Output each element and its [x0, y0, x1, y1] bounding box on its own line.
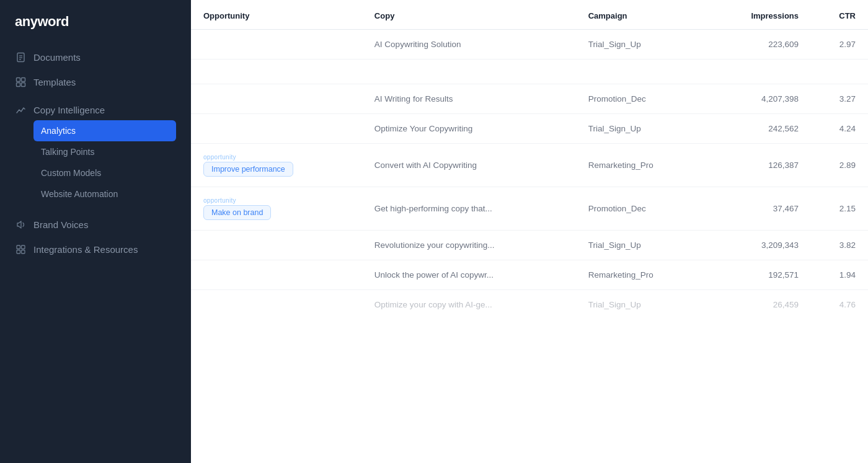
copy-cell: Revolutionize your copywriting...: [362, 231, 576, 260]
sidebar-item-templates[interactable]: Templates: [0, 69, 191, 94]
col-copy[interactable]: Copy: [362, 0, 576, 30]
analytics-table-container: Opportunity Copy Campaign Impressions CT…: [191, 0, 868, 463]
ctr-cell: 2.15: [811, 187, 868, 231]
analytics-table: Opportunity Copy Campaign Impressions CT…: [191, 0, 868, 319]
opportunity-badge[interactable]: Improve performance: [203, 162, 293, 177]
website-automation-label: Website Automation: [41, 189, 118, 199]
opportunity-cell: opportunity Improve performance: [191, 144, 362, 187]
sidebar-item-integrations[interactable]: Integrations & Resources: [0, 237, 191, 262]
impressions-cell: 223,609: [719, 30, 811, 60]
copy-intelligence-sub-items: Analytics Talking Points Custom Models W…: [33, 120, 176, 205]
col-campaign[interactable]: Campaign: [576, 0, 719, 30]
impressions-cell: 192,571: [719, 260, 811, 290]
table-row[interactable]: Revolutionize your copywriting...Trial_S…: [191, 231, 868, 260]
speaker-icon: [15, 219, 26, 230]
sidebar: anyword Documents Templates: [0, 0, 191, 463]
sidebar-item-analytics[interactable]: Analytics: [33, 120, 176, 141]
table-header-row: Opportunity Copy Campaign Impressions CT…: [191, 0, 868, 30]
impressions-cell: 3,209,343: [719, 231, 811, 260]
opportunity-cell: [191, 84, 362, 114]
table-row[interactable]: AI Copywriting SolutionTrial_Sign_Up223,…: [191, 30, 868, 60]
copy-intelligence-label: Copy Intelligence: [33, 105, 105, 115]
svg-rect-7: [21, 82, 25, 86]
ctr-cell: 3.82: [811, 231, 868, 260]
copy-cell: AI Writing for Results: [362, 84, 576, 114]
opportunity-cell: opportunity Make on brand: [191, 187, 362, 231]
col-impressions[interactable]: Impressions: [719, 0, 811, 30]
impressions-cell: 37,467: [719, 187, 811, 231]
svg-rect-8: [17, 245, 20, 249]
impressions-cell: 126,387: [719, 144, 811, 187]
table-spacer-row: [191, 60, 868, 84]
svg-rect-9: [21, 245, 25, 249]
copy-cell: Convert with AI Copywriting: [362, 144, 576, 187]
sidebar-item-templates-label: Templates: [33, 77, 76, 87]
opportunity-badge[interactable]: Make on brand: [203, 205, 271, 220]
campaign-cell: Trial_Sign_Up: [576, 290, 719, 320]
grid-icon: [15, 244, 26, 255]
custom-models-label: Custom Models: [41, 168, 101, 178]
chart-icon: [15, 104, 26, 115]
table-row[interactable]: Optimize Your CopywritingTrial_Sign_Up24…: [191, 114, 868, 144]
ctr-cell: 2.89: [811, 144, 868, 187]
svg-rect-5: [21, 77, 25, 81]
opportunity-label: opportunity: [203, 197, 350, 204]
document-icon: [15, 51, 26, 63]
opportunity-cell: [191, 260, 362, 290]
opportunity-badge-wrapper: opportunity Make on brand: [203, 197, 350, 220]
copy-cell: Unlock the power of AI copywr...: [362, 260, 576, 290]
col-ctr[interactable]: CTR: [811, 0, 868, 30]
opportunity-cell: [191, 290, 362, 320]
integrations-label: Integrations & Resources: [33, 244, 138, 255]
table-row[interactable]: AI Writing for ResultsPromotion_Dec4,207…: [191, 84, 868, 114]
campaign-cell: Promotion_Dec: [576, 84, 719, 114]
sidebar-item-documents[interactable]: Documents: [0, 45, 191, 69]
sidebar-item-brand-voices[interactable]: Brand Voices: [0, 212, 191, 237]
svg-rect-11: [21, 250, 25, 254]
main-content: Opportunity Copy Campaign Impressions CT…: [191, 0, 868, 463]
ctr-cell: 1.94: [811, 260, 868, 290]
table-row[interactable]: opportunity Make on brand Get high-perfo…: [191, 187, 868, 231]
copy-cell: Optimize your copy with AI-ge...: [362, 290, 576, 320]
campaign-cell: Trial_Sign_Up: [576, 231, 719, 260]
sidebar-item-custom-models[interactable]: Custom Models: [33, 162, 176, 183]
table-row[interactable]: opportunity Improve performance Convert …: [191, 144, 868, 187]
impressions-cell: 242,562: [719, 114, 811, 144]
campaign-cell: Trial_Sign_Up: [576, 30, 719, 60]
logo-text: anyword: [15, 14, 69, 29]
impressions-cell: 26,459: [719, 290, 811, 320]
campaign-cell: Trial_Sign_Up: [576, 114, 719, 144]
campaign-cell: Remarketing_Pro: [576, 144, 719, 187]
opportunity-label: opportunity: [203, 154, 350, 161]
opportunity-badge-wrapper: opportunity Improve performance: [203, 154, 350, 177]
copy-cell: AI Copywriting Solution: [362, 30, 576, 60]
campaign-cell: Promotion_Dec: [576, 187, 719, 231]
svg-rect-10: [17, 250, 20, 254]
sidebar-item-website-automation[interactable]: Website Automation: [33, 183, 176, 205]
table-row[interactable]: Unlock the power of AI copywr...Remarket…: [191, 260, 868, 290]
opportunity-cell: [191, 114, 362, 144]
template-icon: [15, 76, 26, 87]
copy-intelligence-header[interactable]: Copy Intelligence: [15, 100, 176, 119]
col-opportunity[interactable]: Opportunity: [191, 0, 362, 30]
opportunity-cell: [191, 30, 362, 60]
ctr-cell: 3.27: [811, 84, 868, 114]
brand-voices-label: Brand Voices: [33, 219, 88, 230]
talking-points-label: Talking Points: [41, 147, 94, 157]
table-row[interactable]: Optimize your copy with AI-ge...Trial_Si…: [191, 290, 868, 320]
ctr-cell: 4.24: [811, 114, 868, 144]
copy-cell: Optimize Your Copywriting: [362, 114, 576, 144]
opportunity-cell: [191, 231, 362, 260]
ctr-cell: 4.76: [811, 290, 868, 320]
copy-cell: Get high-performing copy that...: [362, 187, 576, 231]
sidebar-item-documents-label: Documents: [33, 52, 81, 63]
ctr-cell: 2.97: [811, 30, 868, 60]
campaign-cell: Remarketing_Pro: [576, 260, 719, 290]
sidebar-item-talking-points[interactable]: Talking Points: [33, 141, 176, 162]
impressions-cell: 4,207,398: [719, 84, 811, 114]
app-logo: anyword: [0, 0, 191, 45]
analytics-label: Analytics: [41, 126, 76, 136]
svg-rect-4: [16, 77, 20, 81]
svg-rect-6: [16, 82, 20, 86]
sidebar-section-copy-intelligence: Copy Intelligence Analytics Talking Poin…: [0, 94, 191, 207]
